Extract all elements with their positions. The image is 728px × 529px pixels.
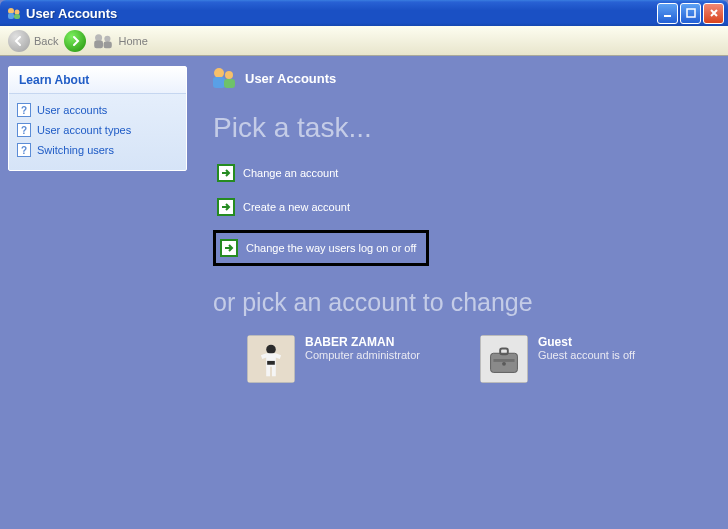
task-arrow-icon [217,198,235,216]
accounts-list: BABER ZAMAN Computer administrator [247,335,716,383]
account-text: BABER ZAMAN Computer administrator [305,335,420,361]
svg-point-27 [502,362,506,366]
account-picture [247,335,295,383]
main-header: User Accounts [207,56,716,106]
svg-rect-26 [493,359,514,362]
account-desc: Computer administrator [305,349,420,361]
titlebar: User Accounts [0,0,728,26]
pick-task-headline: Pick a task... [213,112,716,144]
svg-point-6 [96,34,103,41]
sidebar-link-label: User accounts [37,104,107,116]
task-label: Change an account [243,167,338,179]
svg-rect-21 [267,361,275,365]
main-header-title: User Accounts [245,71,336,86]
home-button[interactable]: Home [92,31,147,51]
account-guest[interactable]: Guest Guest account is off [480,335,635,383]
back-label: Back [34,35,58,47]
svg-rect-7 [95,40,104,48]
task-arrow-icon [217,164,235,182]
forward-button[interactable] [64,30,86,52]
svg-rect-4 [664,15,671,17]
svg-point-2 [15,10,20,15]
sidebar: Learn About ? User accounts ? User accou… [0,56,195,529]
learn-about-panel: Learn About ? User accounts ? User accou… [8,66,187,171]
minimize-button[interactable] [657,3,678,24]
forward-arrow-icon [64,30,86,52]
back-arrow-icon [8,30,30,52]
svg-rect-3 [14,14,20,19]
body: Learn About ? User accounts ? User accou… [0,56,728,529]
help-icon: ? [17,123,31,137]
task-label: Create a new account [243,201,350,213]
help-icon: ? [17,143,31,157]
svg-rect-20 [272,365,276,377]
main-content: User Accounts Pick a task... Change an a… [195,56,728,529]
task-change-logon[interactable]: Change the way users log on or off [213,230,429,266]
learn-about-header: Learn About [9,67,186,94]
account-name: BABER ZAMAN [305,335,420,349]
task-create-account[interactable]: Create a new account [213,190,354,224]
svg-point-8 [105,35,111,41]
account-desc: Guest account is off [538,349,635,361]
users-icon [209,64,237,92]
pick-account-headline: or pick an account to change [213,288,716,317]
task-label: Change the way users log on or off [246,242,416,254]
toolbar: Back Home [0,26,728,56]
users-home-icon [92,31,114,51]
sidebar-link-label: User account types [37,124,131,136]
svg-point-10 [214,68,224,78]
account-text: Guest Guest account is off [538,335,635,361]
home-label: Home [118,35,147,47]
back-button[interactable]: Back [8,30,58,52]
task-arrow-icon [220,239,238,257]
maximize-button[interactable] [680,3,701,24]
sidebar-link-label: Switching users [37,144,114,156]
sidebar-link-user-accounts[interactable]: ? User accounts [17,100,178,120]
svg-rect-13 [224,79,235,88]
svg-point-15 [266,345,276,355]
svg-rect-11 [213,77,225,88]
learn-about-body: ? User accounts ? User account types ? S… [9,94,186,170]
help-icon: ? [17,103,31,117]
svg-point-12 [225,71,233,79]
svg-rect-19 [266,365,270,377]
task-list: Change an account Create a new account C… [213,156,716,266]
close-button[interactable] [703,3,724,24]
sidebar-link-user-account-types[interactable]: ? User account types [17,120,178,140]
window-title: User Accounts [26,6,655,21]
app-icon [6,5,22,21]
sidebar-link-switching-users[interactable]: ? Switching users [17,140,178,160]
account-picture [480,335,528,383]
svg-rect-1 [8,13,14,19]
account-baber-zaman[interactable]: BABER ZAMAN Computer administrator [247,335,420,383]
task-change-account[interactable]: Change an account [213,156,342,190]
svg-rect-5 [687,9,695,17]
account-name: Guest [538,335,635,349]
svg-rect-9 [104,41,112,48]
